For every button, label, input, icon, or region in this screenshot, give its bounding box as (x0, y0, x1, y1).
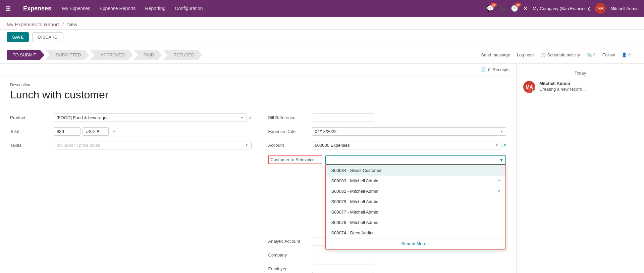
expense-date-select[interactable]: 04/13/2022 ▼ (312, 127, 506, 136)
breadcrumb: My Expenses to Report / New (7, 21, 637, 27)
main-nav: My Expenses Expense Reports Reporting Co… (58, 4, 480, 13)
nav-expense-reports[interactable]: Expense Reports (96, 4, 140, 13)
dropdown-item-label-0: S00084 - Swiss Customer (331, 168, 382, 173)
chatter-author: Mitchell Admin (539, 81, 637, 86)
navbar: ⊞ Expenses My Expenses Expense Reports R… (0, 0, 644, 17)
account-label: Account (268, 143, 312, 148)
dropdown-item-label-1: S00083 - Mitchell Admin (331, 178, 378, 183)
product-select[interactable]: [FOOD] Food & beverages ▼ (54, 113, 247, 122)
total-field-group: USD ▼ ↗ (54, 127, 115, 136)
paperclip-icon: 📎 (587, 52, 592, 57)
discard-button[interactable]: DISCARD (32, 32, 63, 42)
stage-approved[interactable]: APPROVED (90, 50, 133, 60)
product-field: [FOOD] Food & beverages ▼ (54, 113, 247, 122)
attachments-button[interactable]: 📎 0 (587, 52, 596, 57)
expense-date-value: 04/13/2022 (315, 129, 337, 134)
stage-refused[interactable]: REFUSED (163, 50, 202, 60)
chatter-today-label: Today (523, 71, 637, 76)
employee-field (312, 265, 506, 273)
form-col-right: Bill Reference Expense Date 04/13/2022 ▼ (258, 111, 506, 273)
dropdown-item-4[interactable]: S00077 - Mitchell Admin (326, 207, 506, 217)
dropdown-item-label-3: S00079 - Mitchell Admin (331, 199, 378, 204)
online-indicator (532, 90, 535, 93)
receipts-bar: 🧾 0 Receipts (0, 64, 516, 76)
product-value: [FOOD] Food & beverages (57, 115, 109, 120)
customer-reinvoice-dropdown-menu: S00084 - Swiss Customer S00083 - Mitchel… (325, 165, 506, 249)
activity-icon[interactable]: 🕐 30 (511, 5, 518, 12)
dropdown-item-label-4: S00077 - Mitchell Admin (331, 210, 378, 215)
send-message-button[interactable]: Send message (481, 52, 510, 57)
expense-date-field: 04/13/2022 ▼ (312, 127, 506, 136)
currency-external-link[interactable]: ↗ (112, 129, 115, 134)
log-note-button[interactable]: Log note (517, 52, 534, 57)
stage-label-refused: REFUSED (173, 52, 194, 57)
description-value[interactable]: Lunch with customer (10, 89, 506, 104)
taxes-select[interactable]: Included in price taxes ▼ (54, 141, 252, 149)
product-dropdown-arrow: ▼ (240, 116, 244, 120)
account-external-link[interactable]: ↗ (503, 143, 506, 148)
customer-reinvoice-label: Customer to Reinvoice (268, 155, 322, 164)
clock-icon: 🕐 (540, 52, 546, 57)
stage-to-submit[interactable]: TO SUBMIT (7, 50, 45, 60)
schedule-activity-button[interactable]: 🕐 Schedule activity (540, 52, 580, 57)
breadcrumb-current: New (67, 21, 77, 27)
apps-grid-icon[interactable]: ⊞ (5, 4, 11, 12)
status-stages-container: TO SUBMIT SUBMITTED APPROVED PAID REFUSE… (7, 46, 474, 63)
currency-value: USD (86, 129, 95, 134)
bill-reference-input[interactable] (312, 113, 374, 122)
chat-badge: 36 (491, 3, 497, 7)
save-button[interactable]: SAVE (7, 32, 29, 42)
ext-link-icon-2[interactable]: ↗ (497, 189, 500, 193)
company-name: My Company (San Francisco) (533, 6, 590, 11)
nav-my-expenses[interactable]: My Expenses (58, 4, 94, 13)
employee-input[interactable] (312, 265, 374, 273)
chat-icon[interactable]: 💬 36 (487, 5, 494, 12)
chatter-message: MA Mitchell Admin Creating a new record.… (523, 81, 637, 93)
form-content: Description Lunch with customer Product … (0, 76, 516, 273)
company-field (312, 251, 506, 259)
analytic-account-label: Analytic Account (268, 239, 312, 244)
total-amount-input[interactable] (54, 127, 80, 136)
user-name: Mitchell Admin (610, 6, 639, 11)
receipts-label: Receipts (492, 67, 509, 72)
account-select[interactable]: 600000 Expenses ▼ (312, 141, 502, 149)
followers-count: 0 (628, 53, 631, 57)
company-input[interactable] (312, 251, 374, 259)
app-name: Expenses (23, 5, 51, 12)
dropdown-item-6[interactable]: S00074 - Deco Addict (326, 228, 506, 238)
currency-select[interactable]: USD ▼ (83, 127, 109, 136)
dropdown-item-1[interactable]: S00083 - Mitchell Admin ↗ (326, 176, 506, 186)
ext-link-icon-1[interactable]: ↗ (497, 179, 500, 183)
account-value: 600000 Expenses (315, 143, 350, 148)
nav-configuration[interactable]: Configuration (171, 4, 207, 13)
stage-label-approved: APPROVED (101, 52, 125, 57)
customer-reinvoice-input[interactable] (325, 155, 506, 165)
taxes-arrow: ▼ (245, 143, 249, 147)
dropdown-item-2[interactable]: S00082 - Mitchell Admin ↗ (326, 186, 506, 196)
search-more-button[interactable]: Search More... (326, 238, 506, 249)
dropdown-item-5[interactable]: S00076 - Mitchell Admin (326, 217, 506, 228)
nav-reporting[interactable]: Reporting (141, 4, 170, 13)
account-field: 600000 Expenses ▼ (312, 141, 502, 149)
dropdown-item-3[interactable]: S00079 - Mitchell Admin (326, 196, 506, 207)
taxes-field: Included in price taxes ▼ (54, 141, 252, 149)
product-label: Product (10, 115, 54, 120)
follow-button[interactable]: Follow (602, 52, 615, 57)
breadcrumb-bar: My Expenses to Report / New (0, 17, 644, 30)
followers-button[interactable]: 👤 0 (622, 52, 631, 57)
product-external-link[interactable]: ↗ (248, 116, 252, 120)
phone-icon[interactable]: 📞 (499, 5, 506, 12)
dropdown-item-label-5: S00076 - Mitchell Admin (331, 220, 378, 225)
breadcrumb-parent[interactable]: My Expenses to Report (7, 21, 59, 27)
date-arrow: ▼ (500, 130, 503, 133)
receipts-button[interactable]: 🧾 0 Receipts (481, 67, 509, 72)
breadcrumb-separator: / (62, 21, 65, 27)
avatar[interactable]: MA (595, 3, 606, 14)
dropdown-item-0[interactable]: S00084 - Swiss Customer (326, 165, 506, 176)
stage-paid[interactable]: PAID (133, 50, 162, 60)
stage-label-submitted: SUBMITTED (56, 52, 81, 57)
close-icon[interactable]: ✕ (523, 5, 528, 12)
stage-submitted[interactable]: SUBMITTED (45, 50, 89, 60)
customer-reinvoice-dropdown-container: ▼ S00084 - Swiss Customer S00083 - Mitch… (325, 155, 506, 165)
company-row: Company (268, 248, 506, 262)
